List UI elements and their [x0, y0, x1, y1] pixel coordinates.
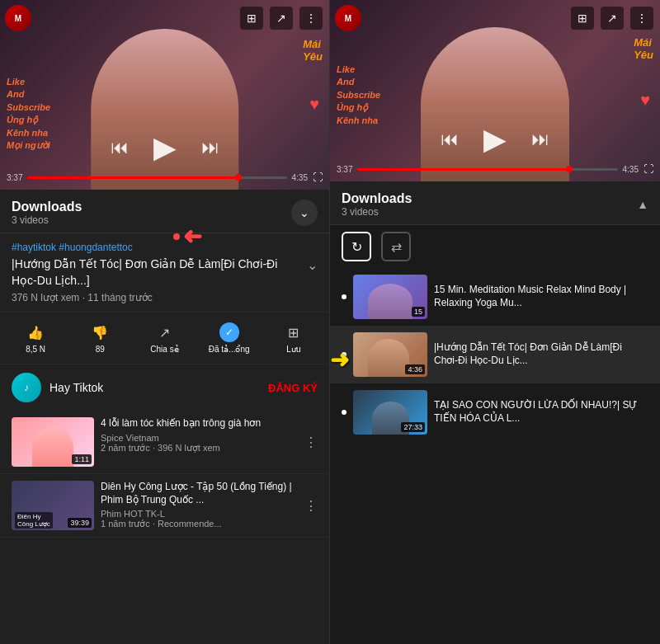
progress-dot-left	[235, 174, 242, 181]
prev-button-left[interactable]: ⏮	[111, 137, 129, 158]
rec-info-1: 4 lỗi làm tóc khiến bạn trông già hơn Sp…	[101, 417, 298, 454]
right-progress-bar[interactable]: 3:37 4:35 ⛶	[330, 163, 660, 175]
rec-more-2[interactable]: ⋮	[304, 498, 318, 514]
fullscreen-btn-right[interactable]: ⛶	[644, 163, 653, 175]
left-panel: LikeAndSubscribeÚng hộKênh nhaMọi người …	[0, 0, 330, 644]
collapse-button[interactable]: ▲	[637, 198, 648, 211]
prev-button-right[interactable]: ⏮	[441, 129, 459, 150]
downloads-info-left: Downloads 3 videos	[12, 200, 82, 226]
share-button[interactable]: ↗ Chia sẻ	[132, 319, 196, 357]
rec-subtitle-badge: Điên HyCông Lược	[15, 512, 53, 529]
right-overlay-text: MáiYêu	[303, 38, 323, 63]
next-button-right[interactable]: ⏭	[531, 129, 549, 150]
rec-title-1: 4 lỗi làm tóc khiến bạn trông già hơn	[101, 417, 298, 430]
playlist-duration-2: 4:36	[405, 364, 425, 374]
next-button-left[interactable]: ⏭	[201, 137, 219, 158]
thumb-up-icon: 👍	[26, 322, 45, 342]
play-button-left[interactable]: ▶	[153, 130, 177, 165]
channel-icon-left: ♪	[12, 373, 41, 402]
playlist-dot-1	[342, 294, 346, 299]
left-video-info: #haytiktok #huongdantettoc |Hướng Dẫn Tế…	[0, 233, 329, 312]
person-silhouette	[91, 29, 239, 190]
playlist-info-1: 15 Min. Meditation Music Relax Mind Body…	[434, 284, 648, 309]
rec-meta-1: 2 năm trước · 396 N lượt xem	[101, 443, 298, 454]
play-button-right[interactable]: ▶	[483, 122, 507, 157]
rec-thumb-2: Điên HyCông Lược 39:39	[12, 481, 94, 530]
save-button[interactable]: ⊞ Lưu	[262, 319, 326, 357]
thumb-down-icon: 👎	[90, 322, 110, 342]
rec-channel-2: Phim HOT TK-L	[101, 509, 298, 519]
right-downloads-header: Downloads 3 videos ▲	[330, 181, 660, 225]
rec-duration-2: 39:39	[68, 518, 92, 528]
downloads-count-left: 3 videos	[12, 214, 82, 226]
recommended-videos-list: 1:11 4 lỗi làm tóc khiến bạn trông già h…	[0, 411, 329, 644]
left-playback-controls: ⏮ ▶ ⏭	[0, 130, 329, 165]
fullscreen-btn-left[interactable]: ⛶	[313, 172, 323, 183]
playlist-duration-3: 27:33	[401, 422, 425, 432]
playlist-thumb-2: 4:36	[353, 332, 427, 377]
shuffle-icon: ⇄	[391, 239, 402, 255]
like-button[interactable]: 👍 8,5 N	[3, 319, 68, 357]
progress-track-left[interactable]	[27, 176, 286, 179]
progress-dot-right	[566, 166, 573, 172]
share-icon-right[interactable]: ↗	[601, 7, 624, 30]
downloaded-label: Đã tả...ổng	[209, 345, 250, 354]
video-meta: 376 N lượt xem · 11 tháng trước	[12, 292, 318, 303]
more-icon[interactable]: ⋮	[299, 7, 323, 30]
subscribe-label: ĐĂNG KÝ	[268, 382, 318, 394]
right-panel: LikeAndSubscribeÚng hộKênh nha MáiYêu ♥ …	[330, 0, 660, 644]
playlist-controls: ↻ ⇄	[330, 225, 660, 268]
right-downloads-info: Downloads 3 videos	[342, 191, 412, 218]
progress-track-right[interactable]	[357, 168, 617, 171]
dislike-button[interactable]: 👎 89	[68, 319, 132, 357]
more-icon-right[interactable]: ⋮	[630, 7, 653, 30]
hashtags: #haytiktok #huongdantettoc	[12, 242, 318, 253]
repeat-icon: ↻	[351, 239, 362, 255]
video-title-text: |Hướng Dẫn Tết Tóc| Đơn Giản Dễ Làm[Đi C…	[12, 256, 300, 289]
playlist-person-2	[368, 339, 409, 377]
playlist-item-2[interactable]: 4:36 |Hướng Dẫn Tết Tóc| Đơn Giản Dễ Làm…	[330, 326, 660, 383]
playlist-person-1	[368, 284, 412, 319]
playlist-info-2: |Hướng Dẫn Tết Tóc| Đơn Giản Dễ Làm[Đi C…	[434, 341, 648, 367]
downloaded-button[interactable]: ✓ Đã tả...ổng	[197, 319, 262, 357]
subscribe-button-left[interactable]: ĐĂNG KÝ	[268, 382, 318, 394]
rec-thumb-1: 1:11	[12, 417, 94, 467]
save-icon: ⊞	[284, 322, 304, 342]
playlist-title-1: 15 Min. Meditation Music Relax Mind Body…	[434, 284, 648, 309]
playlist-item-1[interactable]: 15 15 Min. Meditation Music Relax Mind B…	[330, 268, 660, 326]
cast-icon-right[interactable]: ⊞	[571, 7, 594, 30]
left-video-player: LikeAndSubscribeÚng hộKênh nhaMọi người …	[0, 0, 329, 190]
current-time-right: 3:37	[337, 165, 352, 174]
downloads-title-left: Downloads	[12, 200, 82, 214]
title-expand-icon[interactable]: ⌄	[307, 256, 318, 275]
downloads-header-row: Downloads 3 videos ▲	[342, 191, 648, 218]
playlist-dot-3	[342, 410, 346, 415]
total-time-right: 4:35	[623, 165, 639, 174]
rec-item-1[interactable]: 1:11 4 lỗi làm tóc khiến bạn trông già h…	[0, 411, 329, 474]
total-time-left: 4:35	[292, 173, 308, 182]
playlist-item-3[interactable]: 27:33 TẠI SAO CON NGƯỜI LỪA DỐI NHAU!?| …	[330, 383, 660, 441]
share-icon[interactable]: ↗	[270, 7, 293, 30]
left-progress-bar[interactable]: 3:37 4:35 ⛶	[0, 172, 329, 183]
action-buttons-row: 👍 8,5 N 👎 89 ↗ Chia sẻ ✓ Đã tả...ổng ⊞ L…	[0, 312, 329, 364]
playlist-duration-1: 15	[412, 307, 425, 317]
rec-more-1[interactable]: ⋮	[304, 435, 318, 450]
playlist-title-2: |Hướng Dẫn Tết Tóc| Đơn Giản Dễ Làm[Đi C…	[434, 341, 648, 367]
channel-name-left: Hay Tiktok	[50, 381, 260, 394]
rec-item-2[interactable]: Điên HyCông Lược 39:39 Diên Hy Công Lược…	[0, 474, 329, 538]
right-overlay-text-left: LikeAndSubscribeÚng hộKênh nha	[337, 63, 380, 127]
shuffle-button[interactable]: ⇄	[381, 232, 411, 261]
thumb-person-1	[32, 427, 73, 467]
rec-title-2: Diên Hy Công Lược - Tập 50 (Lồng Tiếng) …	[101, 481, 298, 506]
share-label: Chia sẻ	[150, 345, 178, 354]
cast-icon[interactable]: ⊞	[240, 7, 263, 30]
channel-avatar-right: M	[335, 5, 361, 31]
playlist-dot-2	[342, 352, 346, 357]
top-bar-icons-right: ⊞ ↗ ⋮	[571, 7, 653, 30]
progress-fill-left	[27, 176, 234, 179]
playlist-title-3: TẠI SAO CON NGƯỜI LỪA DỐI NHAU!?| SỰ TIẾ…	[434, 399, 648, 425]
repeat-button[interactable]: ↻	[342, 232, 371, 261]
video-title-row: |Hướng Dẫn Tết Tóc| Đơn Giản Dễ Làm[Đi C…	[12, 256, 318, 289]
right-overlay-text-right: MáiYêu	[634, 36, 653, 61]
downloads-dropdown-btn[interactable]: ⌄	[291, 200, 318, 226]
